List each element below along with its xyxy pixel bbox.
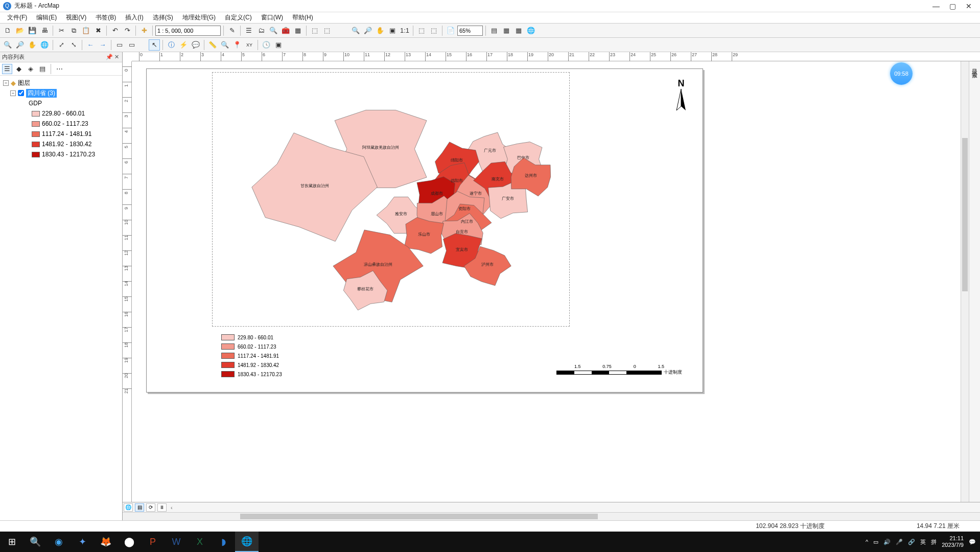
horizontal-scrollbar[interactable]	[123, 512, 980, 520]
toc-root-row[interactable]: − ◆ 图层	[3, 78, 119, 88]
print-icon[interactable]: 🖶	[39, 25, 50, 36]
collapse-icon[interactable]: −	[3, 80, 9, 86]
toc-class-row[interactable]: 1117.24 - 1481.91	[3, 129, 119, 139]
list-by-drawing-order-icon[interactable]: ☰	[2, 64, 12, 74]
layout-view-tab[interactable]: ▤	[135, 503, 144, 512]
fixed-zoom-in-icon[interactable]: ⤢	[56, 39, 67, 51]
data-view-tab[interactable]: 🌐	[124, 503, 133, 512]
firefox-icon[interactable]: 🦊	[94, 532, 118, 552]
scale-bar[interactable]: 1.50.7501.5 十进制度	[556, 364, 682, 376]
toc-icon[interactable]: ☰	[243, 25, 254, 36]
editor-toolbar-icon[interactable]: ✎	[226, 25, 238, 36]
select-features-icon[interactable]: ▭	[114, 39, 125, 51]
floating-timer-widget[interactable]: 09:58	[890, 62, 913, 85]
mic-icon[interactable]: 🎤	[896, 539, 903, 545]
data-frame[interactable]: 阿坝藏族羌族自治州甘孜藏族自治州广元市巴中市绵阳市德阳市成都市遂宁市南充市广安市…	[212, 72, 570, 327]
chrome-icon[interactable]: ⬤	[118, 532, 141, 552]
app-icon-1[interactable]: ✦	[71, 532, 94, 552]
menu-编辑(E)[interactable]: 编辑(E)	[32, 12, 61, 23]
network-icon[interactable]: 🔗	[908, 539, 915, 545]
prev-extent-icon[interactable]: ←	[85, 39, 96, 51]
zoom-in-icon[interactable]: 🔍	[2, 39, 13, 51]
layout-prev-icon[interactable]: ⬚	[416, 25, 427, 36]
layout-pan-icon[interactable]: ✋	[375, 25, 386, 36]
search-icon[interactable]: 🔍	[24, 532, 47, 552]
find-route-icon[interactable]: 📍	[231, 39, 243, 51]
toc-options-icon[interactable]: ⋯	[54, 64, 64, 74]
toc-class-row[interactable]: 1830.43 - 12170.23	[3, 149, 119, 159]
ime-lang[interactable]: 英	[920, 538, 926, 546]
layout-zoom-in-icon[interactable]: 🔍	[350, 25, 361, 36]
powerpoint-icon[interactable]: P	[141, 532, 165, 552]
refresh-icon[interactable]: ⟳	[146, 503, 155, 512]
chevron-left-icon[interactable]: ‹	[171, 504, 173, 511]
html-popup-icon[interactable]: 💬	[190, 39, 201, 51]
fixed-zoom-out-icon[interactable]: ⤡	[68, 39, 79, 51]
north-arrow[interactable]: N	[671, 78, 691, 114]
select-elements-icon[interactable]: ↖	[149, 39, 160, 51]
paste-icon[interactable]: 📋	[80, 25, 91, 36]
data-driven-pages-icon[interactable]: 📄	[445, 25, 456, 36]
layout-zoom-out-icon[interactable]: 🔎	[362, 25, 374, 36]
pan-icon[interactable]: ✋	[27, 39, 38, 51]
search-window-icon[interactable]: 🔍	[268, 25, 279, 36]
new-icon[interactable]: 🗋	[2, 25, 13, 36]
zoom-out-icon[interactable]: 🔎	[14, 39, 26, 51]
copy-icon[interactable]: ⧉	[68, 25, 79, 36]
menu-插入(I)[interactable]: 插入(I)	[121, 12, 147, 23]
redo-icon[interactable]: ↷	[122, 25, 133, 36]
toc-tree[interactable]: − ◆ 图层 − 四川省 (3) GDP 229.80 - 660.01660.…	[0, 76, 122, 520]
menu-文件(F)[interactable]: 文件(F)	[3, 12, 31, 23]
list-by-selection-icon[interactable]: ▤	[37, 64, 48, 74]
focus-data-frame-icon[interactable]: ▦	[501, 25, 512, 36]
create-viewer-icon[interactable]: ▣	[273, 39, 284, 51]
start-button[interactable]: ⊞	[0, 532, 24, 552]
change-layout-icon[interactable]: ▦	[513, 25, 524, 36]
arc-toolbox-icon[interactable]: 🧰	[280, 25, 291, 36]
arcmap-taskbar-icon[interactable]: 🌐	[235, 532, 259, 552]
catalog-icon[interactable]: 🗂	[255, 25, 267, 36]
toc-class-row[interactable]: 1481.92 - 1830.42	[3, 139, 119, 149]
notifications-icon[interactable]: 💬	[969, 539, 976, 545]
menu-帮助(H)[interactable]: 帮助(H)	[288, 12, 317, 23]
app-icon-2[interactable]: ◗	[212, 532, 235, 552]
menu-选择(S)[interactable]: 选择(S)	[149, 12, 177, 23]
open-icon[interactable]: 📂	[14, 25, 26, 36]
map-legend[interactable]: 229.80 - 660.01660.02 - 1117.231117.24 -…	[221, 333, 282, 379]
toc-close-icon[interactable]: ✕	[113, 54, 120, 60]
cut-icon[interactable]: ✂	[56, 25, 67, 36]
results-icon[interactable]: ⬚	[321, 25, 333, 36]
excel-icon[interactable]: X	[188, 532, 212, 552]
find-icon[interactable]: 🔍	[219, 39, 230, 51]
menu-自定义(C)[interactable]: 自定义(C)	[221, 12, 256, 23]
pause-drawing-icon[interactable]: ⏸	[157, 503, 167, 512]
toc-class-row[interactable]: 229.80 - 660.01	[3, 108, 119, 119]
add-data-icon[interactable]: ✚	[138, 25, 150, 36]
maximize-button[interactable]: ▢	[944, 1, 961, 12]
layout-page[interactable]: 阿坝藏族羌族自治州甘孜藏族自治州广元市巴中市绵阳市德阳市成都市遂宁市南充市广安市…	[146, 68, 703, 393]
model-builder-icon[interactable]: ⬚	[309, 25, 320, 36]
layer-name[interactable]: 四川省 (3)	[26, 89, 57, 98]
collapse-icon[interactable]: −	[10, 90, 16, 96]
word-icon[interactable]: W	[165, 532, 188, 552]
toc-layer-row[interactable]: − 四川省 (3)	[3, 88, 119, 98]
menu-地理处理(G)[interactable]: 地理处理(G)	[178, 12, 220, 23]
close-button[interactable]: ✕	[961, 1, 977, 12]
layout-zoom-combo[interactable]	[457, 26, 483, 36]
list-by-visibility-icon[interactable]: ◈	[26, 64, 36, 74]
data-frame-props-icon[interactable]: 🌐	[525, 25, 536, 36]
menu-窗口(W)[interactable]: 窗口(W)	[257, 12, 287, 23]
python-icon[interactable]: ▦	[292, 25, 304, 36]
layout-canvas[interactable]: 阿坝藏族羌族自治州甘孜藏族自治州广元市巴中市绵阳市德阳市成都市遂宁市南充市广安市…	[132, 61, 969, 502]
full-extent-icon[interactable]: 🌐	[39, 39, 50, 51]
battery-icon[interactable]: ▭	[873, 539, 878, 545]
volume-icon[interactable]: 🔊	[883, 539, 891, 545]
edge-icon[interactable]: ◉	[47, 532, 71, 552]
next-extent-icon[interactable]: →	[97, 39, 108, 51]
hyperlink-icon[interactable]: ⚡	[178, 39, 189, 51]
menu-视图(V)[interactable]: 视图(V)	[62, 12, 90, 23]
delete-icon[interactable]: ✖	[92, 25, 104, 36]
minimize-button[interactable]: —	[928, 1, 944, 12]
taskbar-clock[interactable]: 21:11 2023/7/9	[942, 535, 964, 548]
toggle-draft-icon[interactable]: ▤	[488, 25, 500, 36]
